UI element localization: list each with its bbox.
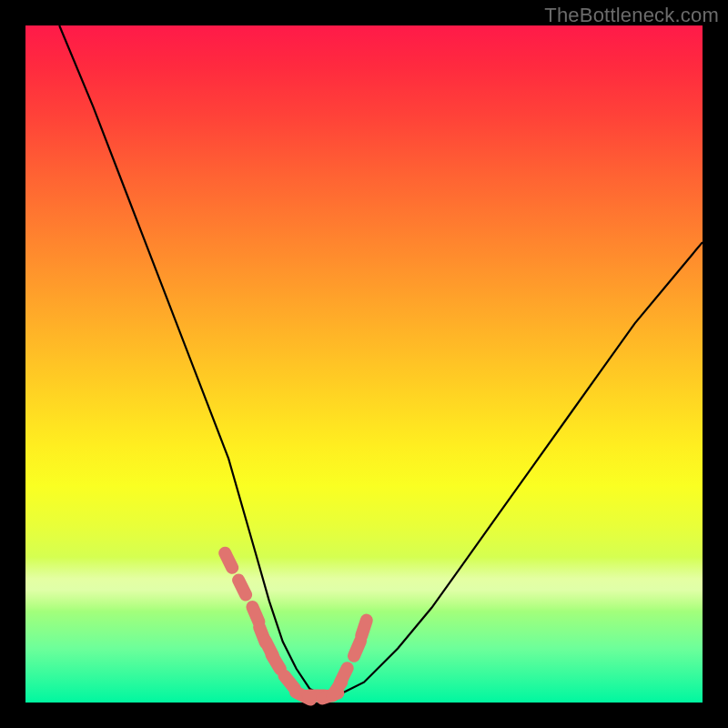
accent-dots [225, 553, 367, 700]
accent-dot [252, 607, 258, 622]
accent-dot [225, 553, 232, 568]
plot-area [25, 25, 703, 703]
chart-frame: TheBottleneck.com [0, 0, 728, 728]
curve-svg [25, 25, 703, 703]
watermark-text: TheBottleneck.com [544, 4, 719, 27]
accent-dot [361, 621, 367, 636]
bottleneck-curve [59, 25, 703, 696]
accent-dot [340, 668, 348, 682]
accent-dot [238, 581, 246, 595]
accent-dot [354, 641, 360, 656]
accent-dot [272, 655, 280, 670]
